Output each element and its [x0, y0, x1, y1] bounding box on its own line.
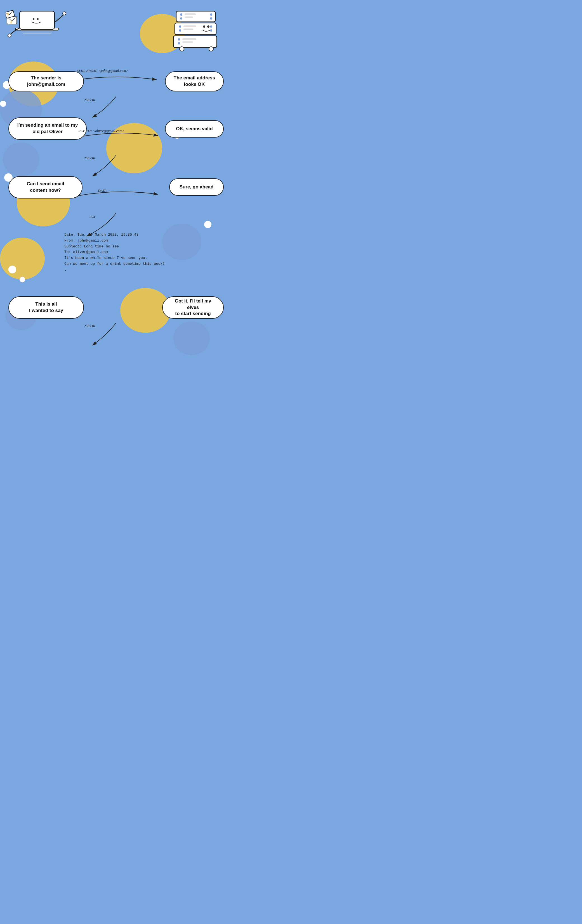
seems-valid-box: OK, seems valid: [165, 120, 224, 137]
svg-text:@: @: [10, 20, 13, 23]
svg-point-37: [209, 47, 213, 51]
email-data-block: Date: Tue, 30 March 2023, 19:35:43 From:…: [64, 232, 165, 273]
svg-point-23: [179, 25, 181, 28]
rcpt-to-label: RCP TO: <oliver@gmail.com>: [78, 129, 125, 133]
svg-point-7: [33, 18, 35, 20]
decorative-blob: [0, 238, 45, 280]
server-illustration: [168, 6, 224, 56]
svg-point-9: [63, 12, 66, 15]
svg-point-17: [180, 17, 182, 20]
email-from: From: john@gmail.com: [64, 238, 165, 244]
ok-250-1-label: 250 OK: [84, 98, 95, 102]
svg-rect-22: [175, 23, 216, 35]
svg-point-24: [179, 30, 181, 31]
sender-box: The sender is john@gmail.com: [8, 71, 84, 91]
svg-point-35: [207, 25, 210, 28]
ok-250-3-label: 250 OK: [84, 324, 95, 328]
svg-rect-19: [185, 16, 193, 18]
svg-point-31: [178, 42, 180, 45]
svg-point-34: [203, 25, 205, 28]
mail-from-label: MAIL FROM: <john@gmail.com>: [77, 69, 128, 73]
send-content-box: Can I send email content now?: [8, 176, 83, 198]
email-ok-box: The email address looks OK: [165, 71, 224, 91]
svg-rect-33: [182, 41, 193, 43]
decorative-blob: [3, 143, 39, 176]
svg-rect-2: [20, 11, 55, 30]
svg-point-27: [210, 25, 212, 28]
svg-rect-15: [176, 11, 215, 22]
svg-rect-25: [184, 25, 196, 27]
decorative-circle: [204, 221, 212, 228]
svg-text:⚙: ⚙: [7, 12, 10, 16]
sure-box: Sure, go ahead: [169, 178, 224, 196]
decorative-circle: [20, 277, 25, 282]
sending-to-box: I'm sending an email to my old pal Olive…: [8, 117, 87, 140]
email-dot: .: [64, 267, 165, 273]
svg-point-8: [37, 18, 39, 20]
decorative-blob: [174, 322, 210, 355]
this-is-all-box: This is all I wanted to say: [8, 296, 84, 319]
response-354-label: 354: [89, 215, 95, 219]
svg-point-20: [210, 13, 212, 16]
page: @ ⚙ The: [0, 0, 232, 369]
svg-point-16: [180, 13, 182, 16]
decorative-circle: [0, 101, 6, 107]
svg-rect-26: [184, 28, 193, 30]
svg-point-10: [8, 34, 11, 37]
laptop-illustration: @ ⚙: [6, 3, 67, 59]
email-date: Date: Tue, 30 March 2023, 19:35:43: [64, 232, 165, 238]
data-label: DATA: [98, 188, 107, 193]
decorative-circle: [8, 266, 16, 274]
email-body1: It's been a while since I've seen you.: [64, 255, 165, 261]
svg-point-36: [180, 47, 184, 51]
svg-rect-18: [185, 13, 196, 15]
ok-250-2-label: 250 OK: [84, 156, 95, 160]
svg-point-21: [210, 17, 212, 20]
email-subject: Subject: Long time no see: [64, 244, 165, 250]
got-it-box: Got it, I'll tell my elves to start send…: [162, 296, 224, 319]
decorative-blob: [162, 224, 202, 260]
svg-point-28: [210, 30, 212, 31]
svg-rect-32: [182, 38, 196, 40]
svg-rect-29: [174, 36, 217, 48]
svg-point-30: [178, 38, 180, 41]
email-to: To: oliver@gmail.com: [64, 249, 165, 255]
email-body2: Can we meet up for a drink sometime this…: [64, 261, 165, 267]
